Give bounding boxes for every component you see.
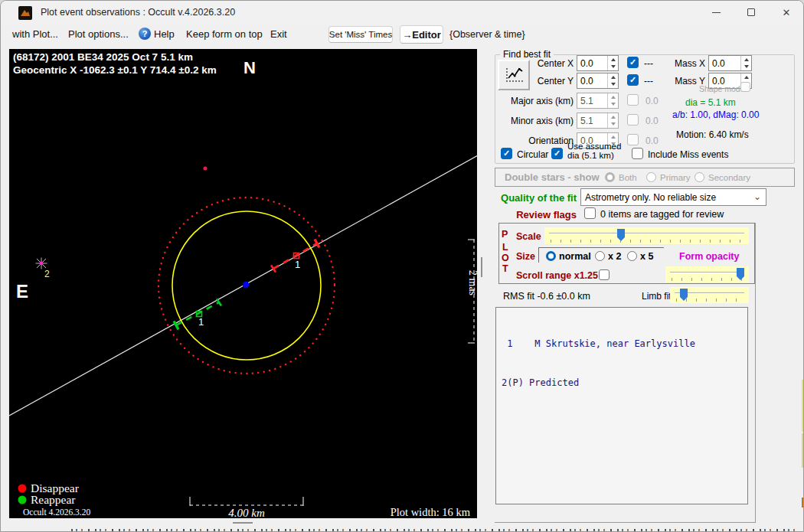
panel-bottom-border	[495, 522, 756, 523]
center-y-spinner[interactable]: 0.0	[577, 73, 619, 89]
limb-fit-label: Limb fit	[642, 291, 672, 302]
plot-letter-t: T	[502, 263, 508, 274]
menu-plot-options[interactable]: Plot options...	[68, 28, 129, 40]
scroll-range-checkbox[interactable]	[599, 269, 610, 280]
form-opacity-slider-ticks	[672, 278, 743, 281]
plot-letter-o: O	[502, 253, 509, 263]
major-axis-checkbox[interactable]	[627, 94, 639, 106]
plot-letter-l: L	[502, 242, 508, 253]
scale-slider-track	[549, 233, 744, 234]
size-x5-radio[interactable]	[627, 251, 637, 261]
disappear-legend-dot	[18, 485, 27, 493]
horizontal-splitter-grip[interactable]	[233, 522, 253, 524]
minor-axis-spinner[interactable]: 5.1	[577, 113, 619, 129]
menu-help[interactable]: Help	[154, 28, 175, 40]
mas-scale-bar: 2 mas	[467, 240, 478, 343]
double-stars-primary-radio[interactable]	[646, 172, 656, 182]
limb-fit-slider[interactable]	[670, 287, 749, 303]
orientation-label: Orientation	[497, 135, 574, 146]
maximize-icon	[747, 8, 755, 16]
scale-slider[interactable]	[544, 227, 749, 244]
include-miss-checkbox[interactable]	[632, 148, 643, 159]
disappear-chord: 1	[271, 240, 319, 273]
major-axis-aux: 0.0	[645, 96, 659, 106]
double-stars-secondary-radio[interactable]	[695, 172, 704, 182]
size-normal-label: normal	[559, 251, 591, 262]
center-x-spinner[interactable]: 0.0	[577, 55, 619, 71]
observer-time-label[interactable]: {Observer & time}	[449, 29, 525, 40]
close-icon: ✕	[783, 7, 791, 18]
reappear-legend-label: Reappear	[31, 493, 76, 506]
mass-x-value[interactable]: 0.0	[709, 56, 740, 70]
orientation-checkbox[interactable]	[627, 134, 639, 145]
major-axis-label: Major axis (km)	[497, 96, 574, 106]
dia-note: dia = 5.1 km	[685, 97, 736, 108]
center-x-checkbox[interactable]: ✓	[627, 57, 639, 68]
use-assumed-checkbox[interactable]: ✓	[551, 148, 563, 159]
app-icon	[18, 6, 32, 20]
help-icon[interactable]: ?	[139, 28, 151, 40]
limb-fit-slider-ticks	[676, 299, 743, 302]
vertical-splitter-grip[interactable]	[481, 257, 482, 277]
plot-version-label: Occult 4.2026.3.20	[23, 508, 90, 517]
review-flags-checkbox[interactable]	[584, 207, 596, 219]
major-axis-spin-buttons[interactable]	[607, 93, 618, 108]
center-y-label: Center Y	[497, 76, 574, 86]
shape-model-label: Shape model	[699, 84, 747, 93]
stations-listbox[interactable]: 1 M Skrutskie, near Earlysville 2(P) Pre…	[495, 307, 748, 504]
form-opacity-slider[interactable]	[665, 266, 749, 282]
circular-label: Circular	[517, 149, 548, 160]
east-label: E	[16, 281, 28, 302]
occultation-plot[interactable]: 2 1 1 (68172) 2001 BE34 2025 Oct 7 5.1 k…	[8, 49, 477, 518]
scale-bar-label: 4.00 km	[228, 507, 265, 518]
shape-model-checkbox[interactable]	[740, 82, 750, 92]
quality-of-fit-value: Astrometry only. No reliable size	[585, 192, 716, 203]
editor-button[interactable]: →Editor	[400, 25, 443, 44]
plot-letter-p: P	[502, 229, 508, 240]
minor-axis-checkbox[interactable]	[627, 114, 639, 126]
review-flags-value: 0 items are tagged for review	[600, 209, 724, 220]
size-label: Size	[516, 251, 535, 262]
station-row[interactable]: 1 M Skrutskie, near Earlysville	[502, 338, 747, 351]
minimize-button[interactable]	[698, 1, 734, 24]
major-axis-spinner[interactable]: 5.1	[577, 93, 619, 109]
mass-x-label: Mass X	[652, 58, 705, 69]
use-assumed-label-line2: dia (5.1 km)	[567, 151, 614, 160]
close-button[interactable]: ✕	[769, 1, 804, 24]
mas-scale-label: 2 mas	[467, 270, 478, 295]
north-label: N	[243, 58, 256, 77]
minimize-icon	[712, 12, 721, 13]
size-x2-radio[interactable]	[595, 251, 605, 261]
maximize-button[interactable]	[734, 1, 769, 24]
minor-axis-value[interactable]: 5.1	[577, 113, 607, 128]
mass-x-spin-buttons[interactable]	[740, 56, 751, 70]
secondary-star-label: 2	[44, 269, 50, 279]
menu-keep-form-on-top[interactable]: Keep form on top	[186, 28, 263, 40]
station-row[interactable]: 2(P) Predicted	[502, 377, 747, 390]
star-dot	[203, 166, 207, 170]
center-y-value[interactable]: 0.0	[577, 73, 607, 88]
menu-exit[interactable]: Exit	[270, 28, 287, 40]
center-x-value[interactable]: 0.0	[577, 56, 607, 70]
size-x2-label: x 2	[608, 251, 621, 262]
center-y-checkbox[interactable]: ✓	[627, 74, 639, 86]
major-axis-value[interactable]: 5.1	[577, 93, 607, 108]
minor-axis-spin-buttons[interactable]	[607, 113, 618, 128]
ab-note: a/b: 1.00, dMag: 0.00	[672, 109, 759, 120]
size-normal-radio[interactable]	[546, 251, 556, 261]
quality-of-fit-dropdown[interactable]: Astrometry only. No reliable size ⌄	[580, 188, 766, 206]
set-miss-times-button[interactable]: Set 'Miss' Times	[328, 26, 393, 43]
mass-x-spinner[interactable]: 0.0	[708, 55, 752, 71]
center-y-spin-buttons[interactable]	[607, 73, 618, 88]
disappear-chord-label: 1	[295, 259, 300, 270]
app-window: Plot event observations : Occult v.4.202…	[0, 0, 804, 532]
orientation-aux: 0.0	[645, 135, 659, 146]
menu-with-plot[interactable]: with Plot...	[12, 28, 58, 40]
double-stars-both-radio[interactable]	[605, 172, 615, 182]
include-miss-label: Include Miss events	[648, 149, 728, 160]
window-title: Plot event observations : Occult v.4.202…	[41, 7, 235, 18]
circular-checkbox[interactable]: ✓	[501, 148, 512, 159]
quality-of-fit-label: Quality of the fit	[495, 192, 577, 204]
center-x-spin-buttons[interactable]	[607, 56, 618, 70]
scale-label: Scale	[516, 231, 541, 242]
